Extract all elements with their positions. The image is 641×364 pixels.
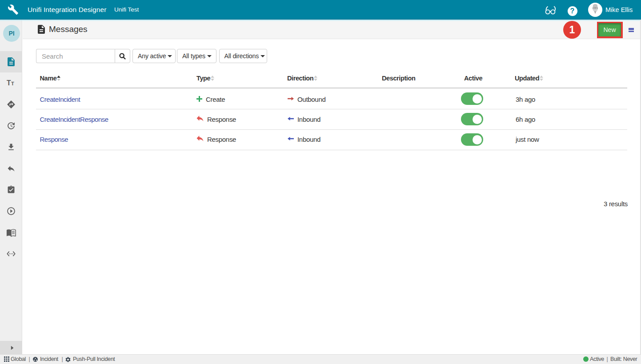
svg-text:T: T — [11, 81, 14, 86]
svg-text:T: T — [7, 79, 11, 87]
